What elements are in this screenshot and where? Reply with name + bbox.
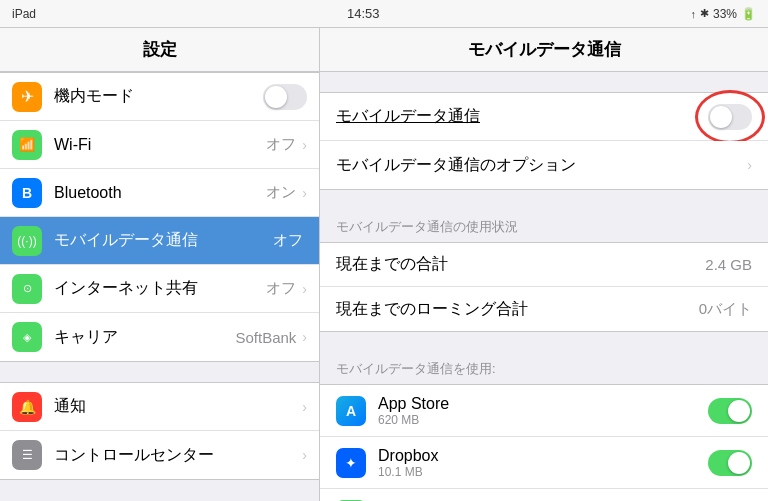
status-bar: iPad 14:53 ↑ ✱ 33% 🔋 bbox=[0, 0, 768, 28]
airplane-toggle[interactable] bbox=[263, 84, 307, 110]
appstore-info: App Store 620 MB bbox=[378, 395, 708, 427]
notification-chevron: › bbox=[302, 399, 307, 415]
appstore-toggle[interactable] bbox=[708, 398, 752, 424]
wifi-icon: 📶 bbox=[12, 130, 42, 160]
sidebar-item-notification[interactable]: 🔔 通知 › bbox=[0, 383, 319, 431]
mobile-data-label: モバイルデータ通信 bbox=[336, 106, 708, 127]
app-item-facetime: 📹 FaceTime bbox=[320, 489, 768, 501]
airplane-label: 機内モード bbox=[54, 86, 263, 107]
mobile-options-chevron: › bbox=[747, 157, 752, 173]
notification-icon: 🔔 bbox=[12, 392, 42, 422]
sidebar-item-hotspot[interactable]: ⊙ インターネット共有 オフ › bbox=[0, 265, 319, 313]
appstore-icon: A bbox=[336, 396, 366, 426]
arrow-icon: ↑ bbox=[690, 8, 696, 20]
battery-percent: 33% bbox=[713, 7, 737, 21]
usage-section-label: モバイルデータ通信の使用状況 bbox=[320, 210, 768, 242]
control-center-icon: ☰ bbox=[12, 440, 42, 470]
mobile-data-section: モバイルデータ通信 モバイルデータ通信のオプション › bbox=[320, 92, 768, 190]
battery-icon: 🔋 bbox=[741, 7, 756, 21]
dropbox-toggle-knob bbox=[728, 452, 750, 474]
control-center-label: コントロールセンター bbox=[54, 445, 300, 466]
wifi-label: Wi-Fi bbox=[54, 136, 266, 154]
status-indicators: ↑ ✱ 33% 🔋 bbox=[690, 7, 756, 21]
dropbox-size: 10.1 MB bbox=[378, 465, 708, 479]
sidebar-item-bluetooth[interactable]: B Bluetooth オン › bbox=[0, 169, 319, 217]
carrier-icon: ◈ bbox=[12, 322, 42, 352]
usage-total-label: 現在までの合計 bbox=[336, 254, 705, 275]
main-settings-group: ✈ 機内モード 📶 Wi-Fi オフ › B Bluetooth bbox=[0, 72, 319, 362]
apps-section: A App Store 620 MB ✦ Dropbox 10.1 MB bbox=[320, 384, 768, 501]
bluetooth-label: Bluetooth bbox=[54, 184, 266, 202]
bluetooth-chevron: › bbox=[302, 185, 307, 201]
dropbox-icon: ✦ bbox=[336, 448, 366, 478]
appstore-size: 620 MB bbox=[378, 413, 708, 427]
airplane-toggle-knob bbox=[265, 86, 287, 108]
left-panel: 設定 ✈ 機内モード 📶 Wi-Fi オフ › bbox=[0, 28, 320, 501]
cellular-value: オフ bbox=[273, 231, 303, 250]
left-panel-title: 設定 bbox=[143, 38, 177, 61]
mobile-data-options-label: モバイルデータ通信のオプション bbox=[336, 155, 745, 176]
notification-label: 通知 bbox=[54, 396, 300, 417]
apps-section-label: モバイルデータ通信を使用: bbox=[320, 352, 768, 384]
sidebar-item-carrier[interactable]: ◈ キャリア SoftBank › bbox=[0, 313, 319, 361]
right-panel: モバイルデータ通信 モバイルデータ通信 モバイルデータ bbox=[320, 28, 768, 501]
right-header: モバイルデータ通信 bbox=[320, 28, 768, 72]
usage-roaming-label: 現在までのローミング合計 bbox=[336, 299, 699, 320]
carrier-chevron: › bbox=[302, 329, 307, 345]
airplane-icon: ✈ bbox=[12, 82, 42, 112]
right-content: モバイルデータ通信 モバイルデータ通信のオプション › モバイルデータ通信の使用… bbox=[320, 72, 768, 501]
control-center-chevron: › bbox=[302, 447, 307, 463]
sidebar-item-cellular[interactable]: ((·)) モバイルデータ通信 オフ bbox=[0, 217, 319, 265]
carrier-value: SoftBank bbox=[235, 329, 296, 346]
sidebar-item-airplane[interactable]: ✈ 機内モード bbox=[0, 73, 319, 121]
sidebar-item-control-center[interactable]: ☰ コントロールセンター › bbox=[0, 431, 319, 479]
bluetooth-value: オン bbox=[266, 183, 296, 202]
appstore-toggle-knob bbox=[728, 400, 750, 422]
appstore-name: App Store bbox=[378, 395, 708, 413]
status-time: 14:53 bbox=[347, 6, 380, 21]
settings-list: ✈ 機内モード 📶 Wi-Fi オフ › B Bluetooth bbox=[0, 72, 319, 501]
usage-total-row: 現在までの合計 2.4 GB bbox=[320, 243, 768, 287]
cellular-label: モバイルデータ通信 bbox=[54, 230, 273, 251]
bottom-settings-group: 🔔 通知 › ☰ コントロールセンター › bbox=[0, 382, 319, 480]
hotspot-chevron: › bbox=[302, 281, 307, 297]
usage-total-value: 2.4 GB bbox=[705, 256, 752, 273]
dropbox-toggle[interactable] bbox=[708, 450, 752, 476]
carrier-label: キャリア bbox=[54, 327, 235, 348]
right-panel-title: モバイルデータ通信 bbox=[468, 38, 621, 61]
bluetooth-status-icon: ✱ bbox=[700, 7, 709, 20]
usage-roaming-row: 現在までのローミング合計 0バイト bbox=[320, 287, 768, 331]
mobile-data-toggle-wrapper bbox=[708, 104, 752, 130]
status-device: iPad bbox=[12, 7, 36, 21]
dropbox-name: Dropbox bbox=[378, 447, 708, 465]
main-layout: 設定 ✈ 機内モード 📶 Wi-Fi オフ › bbox=[0, 28, 768, 501]
usage-section: 現在までの合計 2.4 GB 現在までのローミング合計 0バイト bbox=[320, 242, 768, 332]
dropbox-info: Dropbox 10.1 MB bbox=[378, 447, 708, 479]
app-item-dropbox: ✦ Dropbox 10.1 MB bbox=[320, 437, 768, 489]
sidebar-item-wifi[interactable]: 📶 Wi-Fi オフ › bbox=[0, 121, 319, 169]
hotspot-label: インターネット共有 bbox=[54, 278, 266, 299]
bluetooth-icon: B bbox=[12, 178, 42, 208]
hotspot-value: オフ bbox=[266, 279, 296, 298]
wifi-chevron: › bbox=[302, 137, 307, 153]
usage-roaming-value: 0バイト bbox=[699, 300, 752, 319]
wifi-value: オフ bbox=[266, 135, 296, 154]
mobile-data-options-row[interactable]: モバイルデータ通信のオプション › bbox=[320, 141, 768, 189]
hotspot-icon: ⊙ bbox=[12, 274, 42, 304]
mobile-data-toggle-row: モバイルデータ通信 bbox=[320, 93, 768, 141]
left-header: 設定 bbox=[0, 28, 319, 72]
mobile-data-toggle[interactable] bbox=[708, 104, 752, 130]
app-item-appstore: A App Store 620 MB bbox=[320, 385, 768, 437]
mobile-data-toggle-knob bbox=[710, 106, 732, 128]
cellular-icon: ((·)) bbox=[12, 226, 42, 256]
